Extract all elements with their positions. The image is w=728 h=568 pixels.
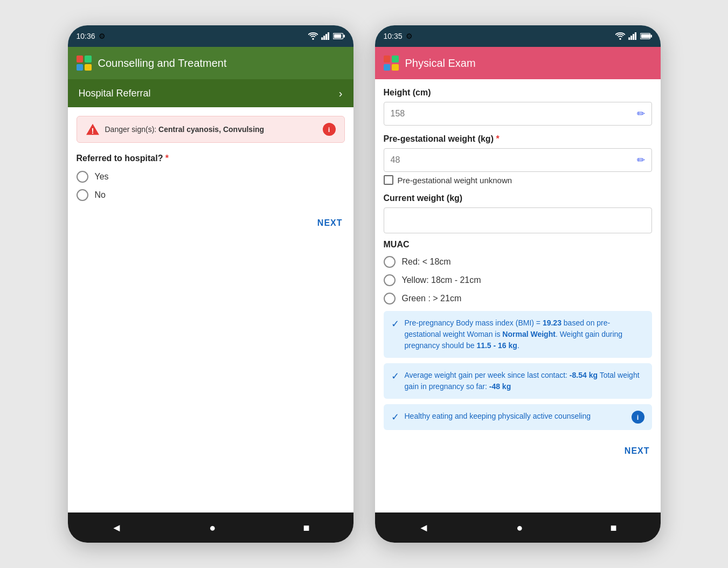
home-nav-btn-1[interactable]: ● xyxy=(198,517,226,538)
height-label: Height (cm) xyxy=(384,88,652,98)
recents-nav-btn-2[interactable]: ■ xyxy=(599,517,627,538)
pregestational-label: Pre-gestational weight (kg) * xyxy=(384,134,652,144)
danger-text: Danger sign(s): Central cyanosis, Convul… xyxy=(105,125,265,134)
app-icon-2 xyxy=(384,56,399,71)
height-input-row[interactable]: ✏ xyxy=(384,102,652,126)
required-star-2: * xyxy=(496,134,499,143)
healthy-eating-text: Healthy eating and keeping physically ac… xyxy=(405,411,626,422)
info-btn-healthy[interactable]: i xyxy=(632,411,644,424)
phone-counselling: 10:36 ⚙ Counselling and Treatment xyxy=(68,25,353,543)
muac-label-red: Red: < 18cm xyxy=(402,257,451,267)
weight-gain-info-text: Average weight gain per week since last … xyxy=(405,370,644,392)
physical-exam-content: Height (cm) ✏ Pre-gestational weight (kg… xyxy=(375,79,661,512)
svg-rect-14 xyxy=(641,34,650,38)
svg-rect-2 xyxy=(325,34,327,40)
bmi-info-text: Pre-pregnancy Body mass index (BMI) = 19… xyxy=(405,317,644,351)
referral-bar[interactable]: Hospital Referral › xyxy=(68,79,353,107)
referral-bar-text: Hospital Referral xyxy=(79,88,151,99)
back-nav-btn-1[interactable]: ◄ xyxy=(101,517,133,538)
status-icons-1 xyxy=(308,32,345,40)
time-1: 10:36 xyxy=(77,32,95,40)
svg-rect-1 xyxy=(323,36,325,40)
svg-rect-15 xyxy=(650,34,652,37)
height-input[interactable] xyxy=(391,109,637,119)
gear-icon-2: ⚙ xyxy=(406,32,413,40)
time-2: 10:35 xyxy=(384,32,403,40)
radio-label-yes: Yes xyxy=(95,172,109,182)
pregestational-input[interactable] xyxy=(391,155,637,165)
danger-signs: Central cyanosis, Convulsing xyxy=(158,125,264,134)
status-bar-2: 10:35 ⚙ xyxy=(375,25,661,47)
edit-pregestational-icon[interactable]: ✏ xyxy=(637,154,645,166)
danger-alert: ! Danger sign(s): Central cyanosis, Conv… xyxy=(77,116,345,143)
app-bar-title-2: Physical Exam xyxy=(405,57,476,70)
bottom-nav-2: ◄ ● ■ xyxy=(375,512,661,543)
svg-rect-3 xyxy=(327,32,329,40)
unknown-checkbox[interactable] xyxy=(384,175,393,185)
edit-height-icon[interactable]: ✏ xyxy=(637,108,645,120)
gear-icon-1: ⚙ xyxy=(99,32,106,40)
question-label: Referred to hospital? * xyxy=(77,154,345,163)
radio-circle-no xyxy=(77,189,88,201)
app-bar-title-1: Counselling and Treatment xyxy=(98,57,227,70)
radio-no[interactable]: No xyxy=(77,189,345,201)
check-icon-weight: ✓ xyxy=(391,370,399,382)
check-icon-bmi: ✓ xyxy=(391,318,399,330)
battery-icon-1 xyxy=(333,33,345,39)
wifi-icon-1 xyxy=(308,32,318,40)
muac-radio-red xyxy=(384,256,396,268)
status-bar-1: 10:36 ⚙ xyxy=(68,25,353,47)
next-button-2[interactable]: NEXT xyxy=(384,435,652,456)
bmi-info-card: ✓ Pre-pregnancy Body mass index (BMI) = … xyxy=(384,311,652,358)
counselling-content: ! Danger sign(s): Central cyanosis, Conv… xyxy=(68,107,353,512)
radio-label-no: No xyxy=(95,190,106,200)
svg-rect-11 xyxy=(633,34,634,40)
signal-icon-2 xyxy=(628,32,637,40)
radio-circle-yes xyxy=(77,171,88,183)
signal-icon-1 xyxy=(321,32,330,40)
app-icon-1 xyxy=(77,56,92,71)
muac-label: MUAC xyxy=(384,240,652,250)
muac-radio-green xyxy=(384,293,396,304)
recents-nav-btn-1[interactable]: ■ xyxy=(292,517,320,538)
check-icon-healthy: ✓ xyxy=(391,411,399,423)
wifi-icon-2 xyxy=(615,32,625,40)
muac-label-yellow: Yellow: 18cm - 21cm xyxy=(402,275,481,285)
weight-gain-info-card: ✓ Average weight gain per week since las… xyxy=(384,363,652,399)
app-bar-2: Physical Exam xyxy=(375,47,661,79)
muac-yellow[interactable]: Yellow: 18cm - 21cm xyxy=(384,274,652,286)
current-weight-input[interactable] xyxy=(384,207,652,233)
current-weight-label: Current weight (kg) xyxy=(384,193,652,203)
unknown-checkbox-label: Pre-gestational weight unknown xyxy=(398,176,512,185)
battery-icon-2 xyxy=(640,33,652,39)
healthy-eating-info-card: ✓ Healthy eating and keeping physically … xyxy=(384,404,652,430)
app-bar-1: Counselling and Treatment xyxy=(68,47,353,79)
next-button-1[interactable]: NEXT xyxy=(77,207,345,228)
muac-label-green: Green : > 21cm xyxy=(402,294,462,303)
muac-radio-yellow xyxy=(384,274,396,286)
home-nav-btn-2[interactable]: ● xyxy=(505,517,533,538)
required-star: * xyxy=(165,154,169,163)
bottom-nav-1: ◄ ● ■ xyxy=(68,512,353,543)
back-nav-btn-2[interactable]: ◄ xyxy=(408,517,440,538)
muac-red[interactable]: Red: < 18cm xyxy=(384,256,652,268)
unknown-checkbox-row[interactable]: Pre-gestational weight unknown xyxy=(384,175,652,185)
chevron-right-icon: › xyxy=(339,87,343,100)
svg-rect-12 xyxy=(634,32,636,40)
phone-physical-exam: 10:35 ⚙ Physical Exam xyxy=(375,25,661,543)
warning-triangle-icon: ! xyxy=(86,123,100,136)
info-icon-alert[interactable]: i xyxy=(323,123,336,136)
svg-text:!: ! xyxy=(91,127,94,135)
status-icons-2 xyxy=(615,32,652,40)
muac-green[interactable]: Green : > 21cm xyxy=(384,293,652,304)
svg-rect-0 xyxy=(321,37,323,40)
svg-rect-6 xyxy=(343,34,345,37)
pregestational-input-row[interactable]: ✏ xyxy=(384,148,652,172)
svg-rect-5 xyxy=(334,34,341,38)
svg-rect-9 xyxy=(628,37,630,40)
radio-yes[interactable]: Yes xyxy=(77,171,345,183)
svg-rect-10 xyxy=(630,36,632,40)
